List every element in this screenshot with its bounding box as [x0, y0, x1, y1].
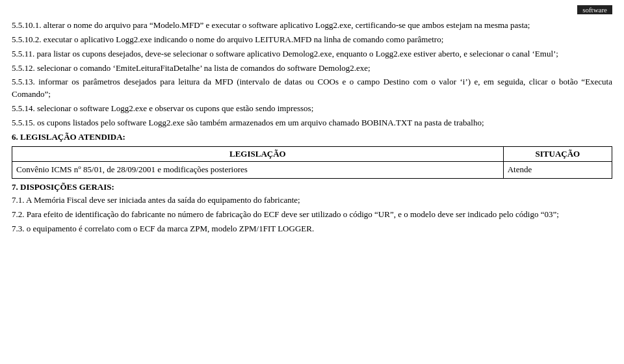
paragraph-7-3: 7.3. o equipamento é correlato com o ECF…: [12, 223, 612, 235]
content-block: 5.5.10.1. alterar o nome do arquivo para…: [12, 20, 612, 235]
table-row: Convênio ICMS no 85/01, de 28/09/2001 e …: [12, 162, 612, 178]
table-header-row: LEGISLAÇÃO SITUAÇÃO: [12, 146, 612, 162]
cell-situacao: Atende: [503, 162, 612, 178]
legislation-table: LEGISLAÇÃO SITUAÇÃO Convênio ICMS no 85/…: [12, 146, 612, 179]
top-bar-software-label: software: [577, 5, 612, 14]
paragraph-5513: 5.5.13. informar os parâmetros desejados…: [12, 76, 612, 101]
cell-legislacao: Convênio ICMS no 85/01, de 28/09/2001 e …: [12, 162, 504, 178]
paragraph-5510-1: 5.5.10.1. alterar o nome do arquivo para…: [12, 20, 612, 32]
paragraph-5511: 5.5.11. para listar os cupons desejados,…: [12, 48, 612, 60]
page-container: software 5.5.10.1. alterar o nome do arq…: [0, 0, 624, 364]
section7-heading: 7. DISPOSIÇÕES GERAIS:: [12, 181, 612, 194]
paragraph-7-2: 7.2. Para efeito de identificação do fab…: [12, 209, 612, 221]
paragraph-7-1: 7.1. A Memória Fiscal deve ser iniciada …: [12, 194, 612, 207]
top-bar: software: [12, 5, 612, 17]
paragraph-5512: 5.5.12. selecionar o comando ‘EmiteLeitu…: [12, 62, 612, 75]
section6-heading: 6. LEGISLAÇÃO ATENDIDA:: [12, 131, 612, 144]
col-header-situacao: SITUAÇÃO: [503, 146, 612, 162]
paragraph-5510-2: 5.5.10.2. executar o aplicativo Logg2.ex…: [12, 34, 612, 46]
paragraph-5514: 5.5.14. selecionar o software Logg2.exe …: [12, 103, 612, 115]
col-header-legislacao: LEGISLAÇÃO: [12, 146, 504, 162]
paragraph-5515: 5.5.15. os cupons listados pelo software…: [12, 117, 612, 129]
